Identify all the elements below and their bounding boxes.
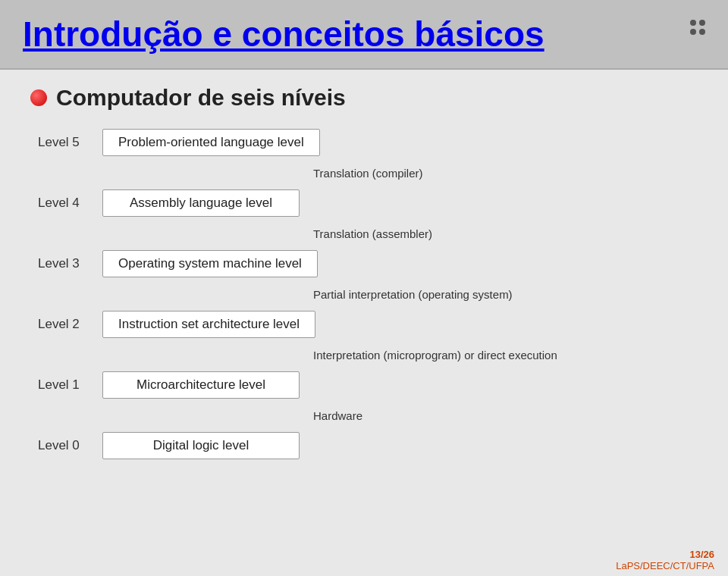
level-4-label: Level 4 bbox=[38, 196, 102, 211]
footer: 13/26 LaPS/DEEC/CT/UFPA bbox=[0, 544, 728, 576]
level-row-2: Level 2 Instruction set architecture lev… bbox=[38, 306, 698, 343]
annotation-row-2: Interpretation (microprogram) or direct … bbox=[38, 343, 698, 367]
level-5-box: Problem-oriented language level bbox=[102, 129, 320, 156]
level-3-label: Level 3 bbox=[38, 256, 102, 271]
subtitle-row: Computador de seis níveis bbox=[30, 85, 698, 111]
header-decoration bbox=[690, 20, 705, 35]
subtitle: Computador de seis níveis bbox=[56, 85, 346, 111]
annotation-row-1: Hardware bbox=[38, 403, 698, 427]
header: Introdução e conceitos básicos bbox=[0, 0, 728, 70]
page-number: 13/26 bbox=[689, 549, 714, 560]
dot-2 bbox=[699, 20, 705, 26]
annotation-2: Interpretation (microprogram) or direct … bbox=[300, 349, 557, 362]
annotation-row-5: Translation (compiler) bbox=[38, 161, 698, 185]
content-area: Computador de seis níveis Level 5 Proble… bbox=[0, 70, 728, 471]
dot-4 bbox=[699, 29, 705, 35]
dot-1 bbox=[690, 20, 696, 26]
level-0-label: Level 0 bbox=[38, 438, 102, 453]
annotation-5: Translation (compiler) bbox=[300, 167, 423, 180]
level-1-label: Level 1 bbox=[38, 377, 102, 393]
level-5-label: Level 5 bbox=[38, 135, 102, 150]
level-row-3: Level 3 Operating system machine level bbox=[38, 246, 698, 282]
slide: Introdução e conceitos básicos Computado… bbox=[0, 0, 728, 576]
level-row-5: Level 5 Problem-oriented language level bbox=[38, 124, 698, 161]
level-1-box: Microarchitecture level bbox=[102, 371, 300, 399]
annotation-4: Translation (assembler) bbox=[300, 227, 432, 240]
annotation-row-3: Partial interpretation (operating system… bbox=[38, 282, 698, 306]
footer-text: 13/26 LaPS/DEEC/CT/UFPA bbox=[616, 549, 714, 571]
level-row-4: Level 4 Assembly language level bbox=[38, 185, 698, 221]
level-2-label: Level 2 bbox=[38, 317, 102, 332]
dot-3 bbox=[690, 29, 696, 35]
level-row-0: Level 0 Digital logic level bbox=[38, 427, 698, 464]
bullet-icon bbox=[30, 89, 47, 106]
annotation-row-4: Translation (assembler) bbox=[38, 221, 698, 246]
level-2-box: Instruction set architecture level bbox=[102, 311, 315, 338]
level-4-box: Assembly language level bbox=[102, 189, 300, 217]
levels-list: Level 5 Problem-oriented language level … bbox=[38, 124, 698, 464]
institution: LaPS/DEEC/CT/UFPA bbox=[616, 560, 714, 571]
annotation-3: Partial interpretation (operating system… bbox=[300, 288, 513, 301]
slide-title: Introdução e conceitos básicos bbox=[23, 14, 544, 55]
level-3-box: Operating system machine level bbox=[102, 250, 318, 277]
level-row-1: Level 1 Microarchitecture level bbox=[38, 367, 698, 403]
level-0-box: Digital logic level bbox=[102, 432, 300, 459]
annotation-1: Hardware bbox=[300, 409, 362, 422]
